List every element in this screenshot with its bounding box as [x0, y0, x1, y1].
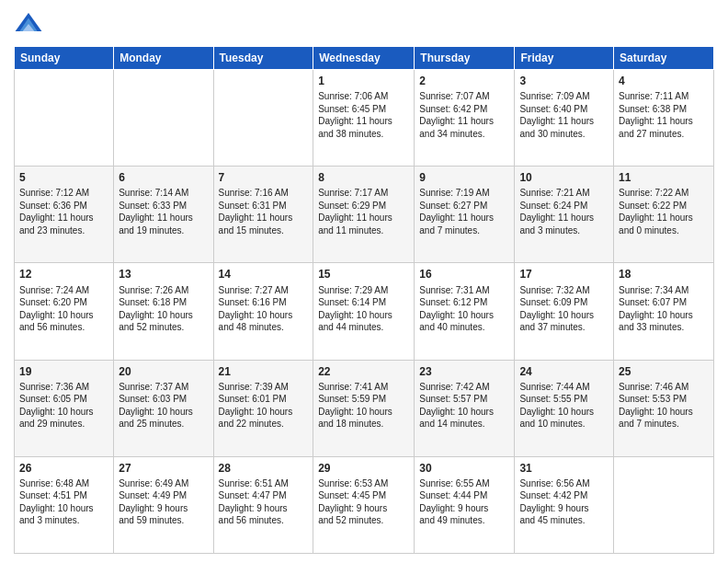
- day-number: 17: [519, 267, 609, 282]
- day-number: 11: [619, 170, 709, 185]
- calendar-week-row: 19Sunrise: 7:36 AM Sunset: 6:05 PM Dayli…: [15, 360, 714, 456]
- calendar-cell: 5Sunrise: 7:12 AM Sunset: 6:36 PM Daylig…: [15, 167, 114, 263]
- day-number: 1: [318, 74, 409, 88]
- day-number: 29: [318, 461, 409, 476]
- calendar-cell: 26Sunrise: 6:48 AM Sunset: 4:51 PM Dayli…: [15, 456, 114, 553]
- day-number: 19: [19, 364, 108, 379]
- col-friday: Friday: [515, 47, 614, 70]
- calendar-week-row: 1Sunrise: 7:06 AM Sunset: 6:45 PM Daylig…: [15, 70, 714, 167]
- calendar-cell: 30Sunrise: 6:55 AM Sunset: 4:44 PM Dayli…: [415, 456, 515, 553]
- day-info: Sunrise: 7:24 AM Sunset: 6:20 PM Dayligh…: [19, 284, 108, 334]
- day-number: 30: [419, 461, 509, 476]
- day-info: Sunrise: 7:14 AM Sunset: 6:33 PM Dayligh…: [119, 187, 208, 236]
- day-number: 25: [619, 364, 709, 379]
- calendar-cell: 10Sunrise: 7:21 AM Sunset: 6:24 PM Dayli…: [515, 167, 614, 263]
- calendar-table: Sunday Monday Tuesday Wednesday Thursday…: [14, 46, 714, 554]
- day-info: Sunrise: 7:06 AM Sunset: 6:45 PM Dayligh…: [318, 90, 409, 140]
- day-info: Sunrise: 7:32 AM Sunset: 6:09 PM Dayligh…: [519, 284, 609, 334]
- calendar-cell: 2Sunrise: 7:07 AM Sunset: 6:42 PM Daylig…: [415, 70, 515, 167]
- day-number: 2: [419, 74, 509, 88]
- logo-icon: [14, 9, 43, 39]
- calendar-cell: [114, 70, 213, 167]
- day-number: 31: [519, 461, 609, 476]
- calendar-cell: 15Sunrise: 7:29 AM Sunset: 6:14 PM Dayli…: [313, 263, 415, 360]
- day-number: 6: [119, 170, 208, 185]
- day-info: Sunrise: 7:27 AM Sunset: 6:16 PM Dayligh…: [219, 284, 309, 334]
- day-info: Sunrise: 7:09 AM Sunset: 6:40 PM Dayligh…: [519, 90, 609, 140]
- day-number: 26: [19, 461, 108, 476]
- day-number: 15: [318, 267, 409, 282]
- day-info: Sunrise: 7:19 AM Sunset: 6:27 PM Dayligh…: [419, 187, 509, 236]
- day-info: Sunrise: 6:53 AM Sunset: 4:45 PM Dayligh…: [318, 477, 409, 527]
- day-number: 12: [19, 267, 108, 282]
- calendar-cell: [15, 70, 114, 167]
- day-number: 13: [119, 267, 208, 282]
- day-info: Sunrise: 7:42 AM Sunset: 5:57 PM Dayligh…: [419, 381, 509, 431]
- day-number: 3: [519, 74, 609, 88]
- day-number: 24: [519, 364, 609, 379]
- day-number: 16: [419, 267, 509, 282]
- day-info: Sunrise: 7:44 AM Sunset: 5:55 PM Dayligh…: [519, 381, 609, 431]
- logo: [14, 9, 47, 39]
- calendar-cell: 1Sunrise: 7:06 AM Sunset: 6:45 PM Daylig…: [313, 70, 415, 167]
- day-info: Sunrise: 7:34 AM Sunset: 6:07 PM Dayligh…: [619, 284, 709, 334]
- calendar-cell: 16Sunrise: 7:31 AM Sunset: 6:12 PM Dayli…: [415, 263, 515, 360]
- day-info: Sunrise: 7:39 AM Sunset: 6:01 PM Dayligh…: [219, 381, 309, 431]
- day-info: Sunrise: 7:11 AM Sunset: 6:38 PM Dayligh…: [619, 90, 709, 140]
- day-info: Sunrise: 6:48 AM Sunset: 4:51 PM Dayligh…: [19, 477, 108, 527]
- day-info: Sunrise: 7:41 AM Sunset: 5:59 PM Dayligh…: [318, 381, 409, 431]
- calendar-week-row: 12Sunrise: 7:24 AM Sunset: 6:20 PM Dayli…: [15, 263, 714, 360]
- col-sunday: Sunday: [15, 47, 114, 70]
- day-info: Sunrise: 7:17 AM Sunset: 6:29 PM Dayligh…: [318, 187, 409, 236]
- calendar-cell: 12Sunrise: 7:24 AM Sunset: 6:20 PM Dayli…: [15, 263, 114, 360]
- calendar-cell: 21Sunrise: 7:39 AM Sunset: 6:01 PM Dayli…: [213, 360, 313, 456]
- day-info: Sunrise: 7:16 AM Sunset: 6:31 PM Dayligh…: [219, 187, 309, 236]
- day-number: 4: [619, 74, 709, 88]
- calendar-cell: 23Sunrise: 7:42 AM Sunset: 5:57 PM Dayli…: [415, 360, 515, 456]
- page: Sunday Monday Tuesday Wednesday Thursday…: [0, 0, 728, 563]
- day-info: Sunrise: 7:07 AM Sunset: 6:42 PM Dayligh…: [419, 90, 509, 140]
- calendar-cell: 19Sunrise: 7:36 AM Sunset: 6:05 PM Dayli…: [15, 360, 114, 456]
- day-number: 18: [619, 267, 709, 282]
- calendar-cell: 31Sunrise: 6:56 AM Sunset: 4:42 PM Dayli…: [515, 456, 614, 553]
- col-thursday: Thursday: [415, 47, 515, 70]
- day-info: Sunrise: 6:55 AM Sunset: 4:44 PM Dayligh…: [419, 477, 509, 527]
- day-info: Sunrise: 7:29 AM Sunset: 6:14 PM Dayligh…: [318, 284, 409, 334]
- calendar-cell: 25Sunrise: 7:46 AM Sunset: 5:53 PM Dayli…: [614, 360, 714, 456]
- col-saturday: Saturday: [614, 47, 714, 70]
- calendar-cell: [213, 70, 313, 167]
- calendar-cell: 14Sunrise: 7:27 AM Sunset: 6:16 PM Dayli…: [213, 263, 313, 360]
- day-info: Sunrise: 7:12 AM Sunset: 6:36 PM Dayligh…: [19, 187, 108, 236]
- day-info: Sunrise: 6:56 AM Sunset: 4:42 PM Dayligh…: [519, 477, 609, 527]
- calendar-cell: 7Sunrise: 7:16 AM Sunset: 6:31 PM Daylig…: [213, 167, 313, 263]
- day-info: Sunrise: 6:49 AM Sunset: 4:49 PM Dayligh…: [119, 477, 208, 527]
- day-number: 10: [519, 170, 609, 185]
- day-number: 22: [318, 364, 409, 379]
- calendar-cell: 29Sunrise: 6:53 AM Sunset: 4:45 PM Dayli…: [313, 456, 415, 553]
- day-number: 5: [19, 170, 108, 185]
- day-number: 8: [318, 170, 409, 185]
- calendar-cell: 3Sunrise: 7:09 AM Sunset: 6:40 PM Daylig…: [515, 70, 614, 167]
- day-number: 20: [119, 364, 208, 379]
- day-number: 7: [219, 170, 309, 185]
- calendar-cell: 17Sunrise: 7:32 AM Sunset: 6:09 PM Dayli…: [515, 263, 614, 360]
- day-number: 21: [219, 364, 309, 379]
- day-info: Sunrise: 7:26 AM Sunset: 6:18 PM Dayligh…: [119, 284, 208, 334]
- day-number: 28: [219, 461, 309, 476]
- calendar-cell: 11Sunrise: 7:22 AM Sunset: 6:22 PM Dayli…: [614, 167, 714, 263]
- day-info: Sunrise: 7:46 AM Sunset: 5:53 PM Dayligh…: [619, 381, 709, 431]
- calendar-cell: 24Sunrise: 7:44 AM Sunset: 5:55 PM Dayli…: [515, 360, 614, 456]
- calendar-cell: 9Sunrise: 7:19 AM Sunset: 6:27 PM Daylig…: [415, 167, 515, 263]
- calendar-cell: 8Sunrise: 7:17 AM Sunset: 6:29 PM Daylig…: [313, 167, 415, 263]
- day-info: Sunrise: 7:22 AM Sunset: 6:22 PM Dayligh…: [619, 187, 709, 236]
- day-info: Sunrise: 6:51 AM Sunset: 4:47 PM Dayligh…: [219, 477, 309, 527]
- day-number: 27: [119, 461, 208, 476]
- day-info: Sunrise: 7:37 AM Sunset: 6:03 PM Dayligh…: [119, 381, 208, 431]
- day-info: Sunrise: 7:31 AM Sunset: 6:12 PM Dayligh…: [419, 284, 509, 334]
- calendar-cell: 20Sunrise: 7:37 AM Sunset: 6:03 PM Dayli…: [114, 360, 213, 456]
- calendar-cell: [614, 456, 714, 553]
- day-info: Sunrise: 7:21 AM Sunset: 6:24 PM Dayligh…: [519, 187, 609, 236]
- calendar-cell: 6Sunrise: 7:14 AM Sunset: 6:33 PM Daylig…: [114, 167, 213, 263]
- day-number: 23: [419, 364, 509, 379]
- calendar-cell: 28Sunrise: 6:51 AM Sunset: 4:47 PM Dayli…: [213, 456, 313, 553]
